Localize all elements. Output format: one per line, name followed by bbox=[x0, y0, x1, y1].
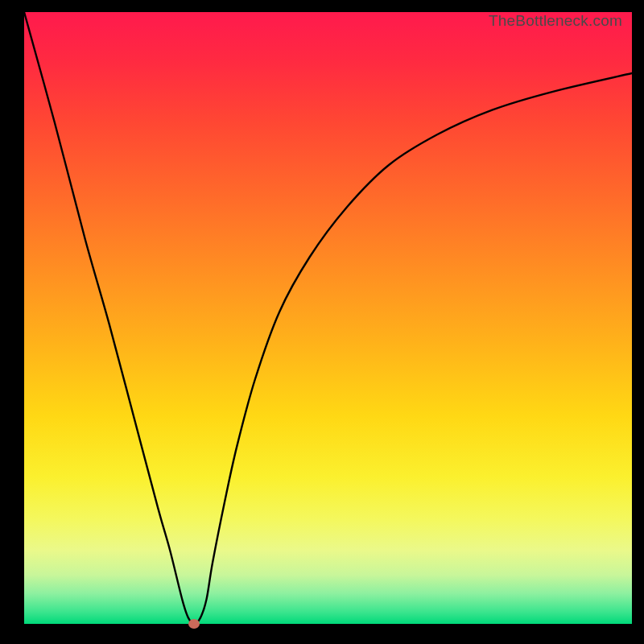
minimum-marker bbox=[188, 619, 200, 629]
bottleneck-curve-path bbox=[24, 12, 632, 624]
plot-area: TheBottleneck.com bbox=[24, 12, 632, 624]
watermark-text: TheBottleneck.com bbox=[489, 12, 622, 30]
chart-frame: TheBottleneck.com bbox=[0, 0, 644, 644]
curve-svg bbox=[24, 12, 632, 624]
